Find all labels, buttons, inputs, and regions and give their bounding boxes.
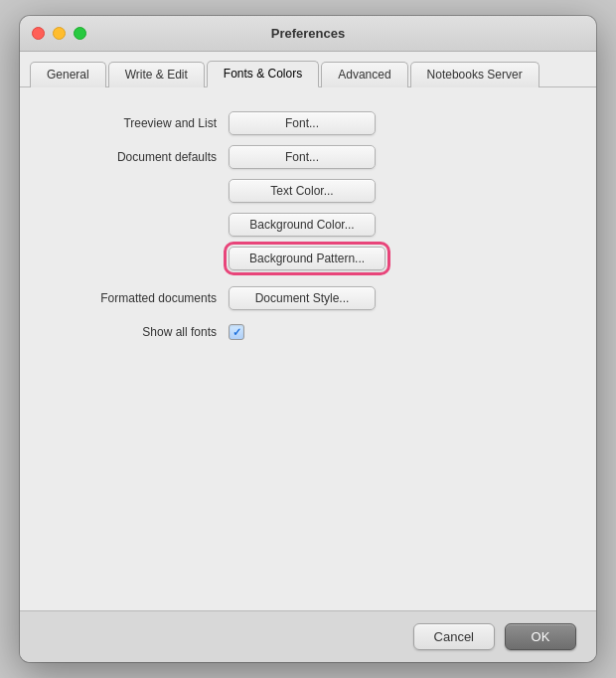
formatted-documents-label: Formatted documents — [50, 291, 229, 305]
show-all-fonts-checkbox-container: ✓ — [229, 324, 244, 340]
formatted-documents-row: Formatted documents Document Style... — [50, 286, 566, 310]
bottom-bar: Cancel OK — [20, 610, 596, 662]
treeview-row: Treeview and List Font... — [50, 111, 566, 135]
minimize-button[interactable] — [53, 27, 66, 40]
checkmark-icon: ✓ — [232, 327, 241, 338]
show-all-fonts-row: Show all fonts ✓ — [50, 324, 566, 340]
tab-write-edit[interactable]: Write & Edit — [108, 62, 205, 87]
close-button[interactable] — [32, 27, 45, 40]
window-title: Preferences — [271, 26, 345, 41]
window-controls — [32, 27, 86, 40]
tab-advanced[interactable]: Advanced — [321, 62, 407, 87]
background-pattern-button[interactable]: Background Pattern... — [229, 247, 385, 270]
treeview-label: Treeview and List — [50, 116, 229, 130]
ok-button[interactable]: OK — [505, 623, 576, 650]
tab-content: Treeview and List Font... Document defau… — [20, 87, 596, 610]
show-all-fonts-label: Show all fonts — [50, 325, 229, 339]
cancel-button[interactable]: Cancel — [413, 623, 495, 650]
preferences-window: Preferences General Write & Edit Fonts &… — [20, 16, 596, 662]
background-pattern-row: Background Pattern... — [50, 247, 566, 270]
settings-grid: Treeview and List Font... Document defau… — [50, 111, 566, 340]
show-all-fonts-checkbox[interactable]: ✓ — [229, 324, 244, 340]
document-style-button[interactable]: Document Style... — [229, 286, 376, 310]
maximize-button[interactable] — [74, 27, 86, 40]
treeview-font-button[interactable]: Font... — [229, 111, 376, 135]
background-color-button[interactable]: Background Color... — [229, 213, 376, 237]
background-pattern-highlight: Background Pattern... — [229, 247, 385, 270]
tab-notebooks-server[interactable]: Notebooks Server — [410, 62, 539, 87]
document-defaults-row: Document defaults Font... — [50, 145, 566, 169]
document-defaults-font-button[interactable]: Font... — [229, 145, 376, 169]
text-color-row: Text Color... — [50, 179, 566, 203]
titlebar: Preferences — [20, 16, 596, 52]
tabs-bar: General Write & Edit Fonts & Colors Adva… — [20, 52, 596, 87]
document-defaults-label: Document defaults — [50, 150, 229, 164]
text-color-button[interactable]: Text Color... — [229, 179, 376, 203]
tab-fonts-colors[interactable]: Fonts & Colors — [207, 61, 319, 87]
background-color-row: Background Color... — [50, 213, 566, 237]
tab-general[interactable]: General — [30, 62, 106, 87]
